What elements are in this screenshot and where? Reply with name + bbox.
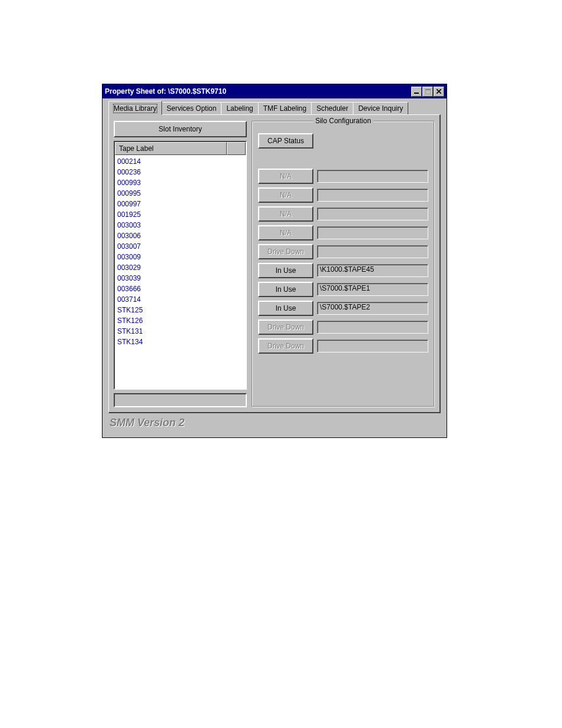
drive-value-field [317,189,428,202]
list-item[interactable]: 000997 [117,199,243,209]
list-item[interactable]: STK126 [117,315,243,326]
list-item[interactable]: 003007 [117,241,243,252]
window-title: Property Sheet of: \S7000.$STK9710 [105,87,226,95]
drive-value-field: \S7000.$TAPE1 [317,283,428,296]
tab-tmf-labeling[interactable]: TMF Labeling [258,102,312,114]
drive-status-button: N/A [258,187,313,203]
close-button[interactable] [434,87,444,97]
drive-value-field [317,170,428,183]
drive-row: Drive Down [258,338,428,354]
list-item[interactable]: STK125 [117,305,243,315]
drive-value-field [317,226,428,239]
list-item[interactable]: 003003 [117,220,243,230]
drive-value-field: \K1000.$TAPE45 [317,264,428,277]
group-label: Silo Configuration [313,117,373,125]
drive-value-field [317,245,428,258]
drive-status-button: N/A [258,225,313,241]
drive-status-button[interactable]: In Use [258,282,313,297]
svg-rect-2 [425,89,431,90]
drive-row: In Use\S7000.$TAPE2 [258,301,428,316]
tab-row: Media LibraryServices OptionLabelingTMF … [105,101,444,114]
list-item[interactable]: 000995 [117,188,243,199]
drive-status-button: Drive Down [258,319,313,335]
list-item[interactable]: 003009 [117,252,243,262]
right-column: Silo Configuration CAP Status N/AN/AN/AN… [252,121,435,407]
close-icon [437,89,441,94]
drive-value-field [317,321,428,334]
tape-label-list: Tape Label 00021400023600099300099500099… [114,141,247,390]
svg-rect-0 [414,93,419,94]
drive-row: N/A [258,206,428,222]
list-item[interactable]: 000236 [117,167,243,177]
drive-status-button: N/A [258,206,313,222]
list-header: Tape Label [115,142,246,155]
titlebar: Property Sheet of: \S7000.$STK9710 [103,84,447,98]
list-item[interactable]: 003029 [117,262,243,273]
minimize-icon [414,89,419,94]
list-item[interactable]: 003666 [117,284,243,294]
drive-status-button[interactable]: In Use [258,301,313,316]
drive-row: Drive Down [258,319,428,335]
list-item[interactable]: STK134 [117,337,243,347]
drive-status-button[interactable]: In Use [258,263,313,278]
drive-row: In Use\S7000.$TAPE1 [258,282,428,297]
property-sheet-window: Property Sheet of: \S7000.$STK9710 Media… [102,84,447,438]
tab-scheduler[interactable]: Scheduler [311,102,353,114]
drive-value-field: \S7000.$TAPE2 [317,302,428,315]
list-item[interactable]: 003714 [117,294,243,305]
status-frame [114,393,247,407]
drive-value-field [317,207,428,220]
drive-value-field [317,340,428,353]
tab-labeling[interactable]: Labeling [221,102,258,114]
list-item[interactable]: 003039 [117,273,243,284]
list-item[interactable]: 001925 [117,209,243,220]
drive-row: N/A [258,187,428,203]
drive-status-button: N/A [258,169,313,184]
list-item[interactable]: 000993 [117,177,243,188]
silo-configuration-group: Silo Configuration CAP Status N/AN/AN/AN… [252,121,435,407]
drive-row: Drive Down [258,244,428,259]
drive-status-button: Drive Down [258,244,313,259]
tab-panel-media-library: Slot Inventory Tape Label 00021400023600… [108,114,441,413]
slot-inventory-button[interactable]: Slot Inventory [114,121,247,137]
drive-row: In Use\K1000.$TAPE45 [258,263,428,278]
window-controls [411,87,444,97]
cap-status-button[interactable]: CAP Status [258,133,313,149]
tab-services-option[interactable]: Services Option [161,102,222,114]
list-item[interactable]: STK131 [117,326,243,337]
maximize-button[interactable] [422,87,433,97]
list-item[interactable]: 003006 [117,230,243,241]
drive-row: N/A [258,169,428,184]
tab-media-library[interactable]: Media Library [108,101,162,115]
window-body: Media LibraryServices OptionLabelingTMF … [103,98,447,437]
footer-version: SMM Version 2 [105,413,444,435]
left-column: Slot Inventory Tape Label 00021400023600… [114,121,247,407]
list-body[interactable]: 0002140002360009930009950009970019250030… [115,155,246,388]
column-header-tape-label[interactable]: Tape Label [115,142,227,155]
tab-device-inquiry[interactable]: Device Inquiry [353,102,408,114]
drive-row: N/A [258,225,428,241]
column-header-stub[interactable] [227,142,246,155]
maximize-icon [425,89,431,94]
drive-status-button: Drive Down [258,338,313,354]
minimize-button[interactable] [411,87,422,97]
list-item[interactable]: 000214 [117,156,243,167]
